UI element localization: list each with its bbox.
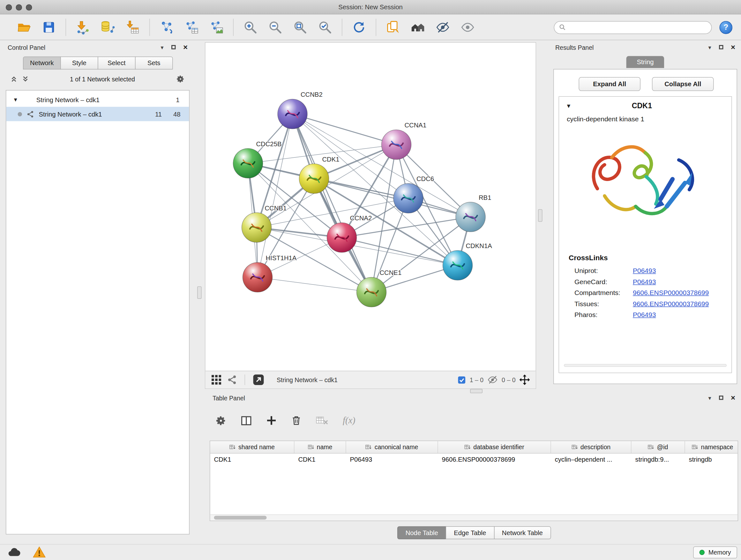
table-cell[interactable]: CDK1 <box>210 454 294 466</box>
panel-close-icon[interactable]: × <box>731 44 735 51</box>
table-cell[interactable]: 9606.ENSP00000378699 <box>438 454 551 466</box>
help-button[interactable]: ? <box>720 21 733 34</box>
network-row[interactable]: String Network – cdk1 11 48 <box>6 107 189 121</box>
expand-triangle-icon[interactable]: ▼ <box>13 97 18 103</box>
import-network-database-button[interactable] <box>99 19 116 36</box>
splitter-handle[interactable] <box>538 209 542 222</box>
collapse-tree-icon[interactable] <box>10 76 17 82</box>
export-network-image-button[interactable] <box>208 19 225 36</box>
panel-close-icon[interactable]: × <box>731 394 735 402</box>
table-cell[interactable]: P06493 <box>346 454 438 466</box>
birds-eye-view-icon[interactable] <box>227 375 237 385</box>
network-edge[interactable] <box>293 114 397 145</box>
show-all-button[interactable] <box>460 19 476 36</box>
save-session-button[interactable] <box>41 19 57 36</box>
collapse-triangle-icon[interactable]: ▼ <box>566 103 571 109</box>
panel-float-icon[interactable] <box>719 45 723 51</box>
network-canvas[interactable]: CCNB2CCNA1CDC25BCDK1CDC6RB1CCNB1CCNA2CDK… <box>205 43 536 371</box>
network-node-ccne1[interactable] <box>357 277 387 307</box>
tab-node-table[interactable]: Node Table <box>397 526 446 540</box>
column-header--id[interactable]: @id <box>631 441 685 453</box>
network-from-table-button[interactable] <box>184 19 200 36</box>
network-node-cdk1[interactable] <box>299 164 329 193</box>
import-table-button[interactable] <box>125 19 141 36</box>
panel-float-icon[interactable] <box>719 395 723 401</box>
network-edge[interactable] <box>293 114 372 292</box>
memory-button[interactable]: Memory <box>693 546 737 558</box>
network-node-cdkn1a[interactable] <box>443 251 473 280</box>
zoom-in-button[interactable] <box>242 19 259 36</box>
warning-icon[interactable] <box>32 546 46 559</box>
hidden-eye-icon[interactable] <box>487 375 498 384</box>
column-header-namespace[interactable]: namespace <box>685 441 738 453</box>
refresh-button[interactable] <box>351 19 367 36</box>
grid-view-icon[interactable] <box>211 374 222 385</box>
hscrollbar-thumb[interactable] <box>214 516 267 520</box>
network-collection-row[interactable]: ▼ String Network – cdk1 1 <box>6 92 189 107</box>
splitter-handle[interactable] <box>470 389 482 393</box>
crosslink-value-link[interactable]: P06493 <box>633 278 656 286</box>
function-builder-icon[interactable]: f(x) <box>343 415 355 426</box>
table-cell[interactable]: stringdb:9... <box>631 454 685 466</box>
network-node-ccnb2[interactable] <box>278 99 307 129</box>
table-cell[interactable]: cyclin–dependent ... <box>551 454 631 466</box>
tab-sets[interactable]: Sets <box>135 57 173 70</box>
zoom-out-button[interactable] <box>267 19 283 36</box>
crosslink-value-link[interactable]: 9606.ENSP00000378699 <box>633 289 709 297</box>
search-input[interactable] <box>569 23 706 31</box>
table-cell[interactable]: stringdb <box>685 454 738 466</box>
network-node-cdc6[interactable] <box>394 184 423 213</box>
show-columns-icon[interactable] <box>241 415 252 426</box>
tab-string[interactable]: String <box>626 56 664 68</box>
network-node-ccna2[interactable] <box>327 223 357 253</box>
new-network-from-selection-button[interactable] <box>158 19 175 36</box>
close-window-button[interactable] <box>6 4 12 10</box>
network-edge[interactable] <box>258 277 372 293</box>
network-edge[interactable] <box>258 114 293 277</box>
home-button[interactable] <box>410 19 426 36</box>
table-settings-gear-icon[interactable] <box>215 415 226 426</box>
column-header-shared-name[interactable]: shared name <box>210 441 294 453</box>
delete-table-icon[interactable] <box>316 415 328 426</box>
hide-selected-button[interactable] <box>434 19 451 36</box>
splitter-handle[interactable] <box>197 287 202 299</box>
column-header-canonical-name[interactable]: canonical name <box>346 441 438 453</box>
panel-close-icon[interactable]: × <box>183 44 188 51</box>
tab-network-table[interactable]: Network Table <box>494 526 551 540</box>
panel-menu-icon[interactable]: ▾ <box>708 45 711 51</box>
move-crosshair-icon[interactable] <box>520 374 530 385</box>
network-edge[interactable] <box>314 179 471 217</box>
annotations-button[interactable] <box>385 19 401 36</box>
crosslink-value-link[interactable]: 9606.ENSP00000378699 <box>633 300 709 307</box>
delete-column-trash-icon[interactable] <box>291 415 301 426</box>
panel-menu-icon[interactable]: ▾ <box>708 395 711 401</box>
results-scrollbar[interactable] <box>564 364 727 367</box>
network-node-hist1h1a[interactable] <box>243 262 273 292</box>
maximize-window-button[interactable] <box>26 4 32 10</box>
crosslink-value-link[interactable]: P06493 <box>633 311 656 319</box>
column-header-description[interactable]: description <box>551 441 631 453</box>
network-node-rb1[interactable] <box>456 202 485 232</box>
tab-select[interactable]: Select <box>98 57 136 70</box>
open-in-new-window-icon[interactable] <box>253 374 264 386</box>
collapse-all-button[interactable]: Collapse All <box>652 77 714 91</box>
column-header-name[interactable]: name <box>294 441 346 453</box>
zoom-fit-button[interactable] <box>292 19 308 36</box>
tab-style[interactable]: Style <box>60 57 98 70</box>
gear-icon[interactable] <box>176 75 185 83</box>
table-cell[interactable]: CDK1 <box>294 454 346 466</box>
network-node-ccna1[interactable] <box>382 130 411 160</box>
panel-float-icon[interactable] <box>171 45 176 51</box>
add-column-plus-icon[interactable] <box>266 415 277 426</box>
selected-checkbox-icon[interactable] <box>458 376 466 384</box>
import-network-file-button[interactable] <box>75 19 91 36</box>
table-hscrollbar[interactable] <box>210 514 738 521</box>
crosslink-value-link[interactable]: P06493 <box>633 267 656 274</box>
minimize-window-button[interactable] <box>16 4 22 10</box>
expand-tree-icon[interactable] <box>22 76 29 82</box>
network-node-ccnb1[interactable] <box>242 212 272 242</box>
network-edge[interactable] <box>257 198 408 228</box>
open-session-button[interactable] <box>16 19 32 36</box>
column-header-database-identifier[interactable]: database identifier <box>438 441 551 453</box>
zoom-selected-button[interactable] <box>317 19 333 36</box>
